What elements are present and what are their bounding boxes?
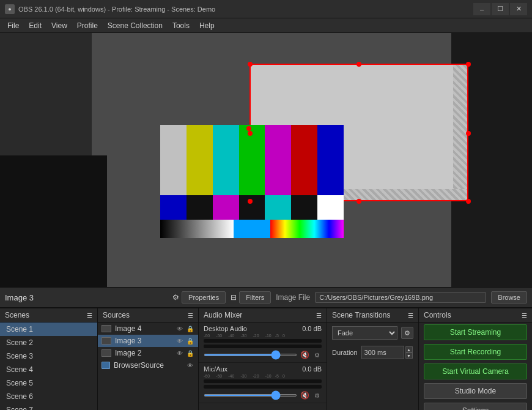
menu-help[interactable]: Help [194,20,220,31]
scene-item-7[interactable]: Scene 7 [0,403,97,410]
duration-up-button[interactable]: ▲ [405,346,413,352]
desktop-volume-slider[interactable] [204,354,297,356]
menu-profile[interactable]: Profile [72,20,103,31]
source-controls-image2: 👁 🔒 [175,349,194,357]
mic-aux-channel: Mic/Aux 0.0 dB -60 -50 -40 -30 -20 -10 -… [199,363,327,403]
source-lock-image3[interactable]: 🔒 [186,337,194,345]
obs-icon: ● [5,4,15,14]
source-thumb-browser [102,362,110,369]
browse-button[interactable]: Browse [491,291,527,304]
minimize-button[interactable]: – [473,3,490,15]
close-button[interactable]: ✕ [510,3,527,15]
desktop-audio-db: 0.0 dB [302,325,322,332]
source-lock-image4[interactable]: 🔒 [186,324,194,333]
source-item-image2[interactable]: Image 2 👁 🔒 [98,347,198,359]
audio-content: Desktop Audio 0.0 dB -60 -50 -40 -30 -20… [199,322,327,410]
bottom-left-dark [0,155,107,287]
mic-aux-db: 0.0 dB [302,365,322,373]
audio-mixer-panel: Audio Mixer ☰ Desktop Audio 0.0 dB -60 -… [199,308,327,410]
controls-header-label: Controls [424,311,451,319]
duration-input-group: ▲ ▼ [361,346,413,359]
source-name-image4: Image 4 [115,324,141,333]
duration-input[interactable] [361,346,404,359]
sources-panel-icon: ☰ [188,312,193,319]
duration-row: Duration ▲ ▼ [327,343,418,362]
controls-panel-icon: ☰ [522,312,527,319]
properties-button[interactable]: Properties [182,291,226,304]
settings-button[interactable]: Settings [424,403,527,410]
sources-list: Image 4 👁 🔒 Image 3 👁 🔒 Image 2 👁 [98,322,198,410]
scenes-header-label: Scenes [5,311,29,319]
mic-aux-header: Mic/Aux 0.0 dB [204,365,322,373]
scenes-list: Scene 1 Scene 2 Scene 3 Scene 4 Scene 5 … [0,322,97,410]
source-eye-image3[interactable]: 👁 [175,337,184,345]
menu-tools[interactable]: Tools [168,20,194,31]
start-virtual-camera-button[interactable]: Start Virtual Camera [424,363,527,379]
handle-cb[interactable] [246,126,251,131]
sl-blue [160,195,187,220]
mic-volume-slider[interactable] [204,394,297,397]
title-bar-left: ● OBS 26.1.0 (64-bit, windows) - Profile… [5,4,215,14]
menu-bar: File Edit View Profile Scene Collection … [0,18,532,33]
source-controls-browser: 👁 [186,361,194,370]
source-item-image3[interactable]: Image 3 👁 🔒 [98,335,198,347]
mic-audio-controls: 🔇 ⚙ [204,390,322,400]
source-eye-image4[interactable]: 👁 [175,324,184,333]
mic-audio-settings-button[interactable]: ⚙ [312,390,322,400]
menu-file[interactable]: File [2,20,24,31]
filters-btn-group: ⊟ Filters [231,291,271,304]
handle-tc[interactable] [357,62,361,67]
scene-item-4[interactable]: Scene 4 [0,363,97,376]
source-item-browser[interactable]: BrowserSource 👁 [98,359,198,371]
source-lock-image2[interactable]: 🔒 [186,349,194,357]
duration-spinners: ▲ ▼ [405,346,413,359]
start-streaming-button[interactable]: Start Streaming [424,324,527,340]
sl-white [317,195,344,220]
filters-button[interactable]: Filters [239,291,271,304]
mic-mute-button[interactable]: 🔇 [300,390,309,400]
scenes-panel-header: Scenes ☰ [0,308,97,322]
transitions-header-label: Scene Transitions [332,311,390,319]
source-eye-image2[interactable]: 👁 [175,349,184,357]
toolbar: Image 3 ⚙ Properties ⊟ Filters Image Fil… [0,287,532,308]
handle-ml[interactable] [248,131,253,136]
desktop-audio-settings-button[interactable]: ⚙ [312,350,322,360]
studio-mode-button[interactable]: Studio Mode [424,383,527,399]
handle-tl[interactable] [248,62,253,67]
scene-item-6[interactable]: Scene 6 [0,390,97,403]
sources-header-label: Sources [103,311,130,319]
source-eye-browser[interactable]: 👁 [186,361,194,370]
source-thumb-image2 [102,349,111,357]
scene-item-1[interactable]: Scene 1 [0,322,97,336]
handle-br[interactable] [466,199,471,204]
desktop-audio-meter [204,339,322,343]
maximize-button[interactable]: ☐ [492,3,509,15]
desktop-mute-button[interactable]: 🔇 [300,350,309,360]
transition-type-select[interactable]: Fade Cut Swipe Slide [332,326,397,340]
source-name-image2: Image 2 [115,349,141,357]
handle-mr[interactable] [466,131,471,136]
menu-edit[interactable]: Edit [24,20,46,31]
file-path-text: C:/Users/OBS/Pictures/Grey169B.png [319,294,433,301]
sl-magenta [213,195,239,220]
menu-view[interactable]: View [46,20,72,31]
panels-area: Scenes ☰ Scene 1 Scene 2 Scene 3 Scene 4… [0,308,532,410]
duration-down-button[interactable]: ▼ [405,352,413,359]
scene-item-2[interactable]: Scene 2 [0,336,97,349]
mic-meter-labels: -60 -50 -40 -30 -20 -10 -5 0 [204,374,322,378]
transitions-panel-icon: ☰ [408,312,413,319]
ramp-bar [160,220,344,238]
scene-item-5[interactable]: Scene 5 [0,376,97,390]
sl-black2 [239,195,265,220]
filter-icon: ⊟ [231,293,237,302]
smpte-lower [160,195,344,220]
menu-scene-collection[interactable]: Scene Collection [103,20,168,31]
handle-tr[interactable] [466,62,471,67]
desktop-audio-header: Desktop Audio 0.0 dB [204,325,322,332]
start-recording-button[interactable]: Start Recording [424,344,527,360]
scene-item-3[interactable]: Scene 3 [0,349,97,363]
handle-bl[interactable] [248,199,253,204]
transition-gear-button[interactable]: ⚙ [401,327,413,339]
handle-bc[interactable] [357,199,361,204]
source-item-image4[interactable]: Image 4 👁 🔒 [98,322,198,335]
